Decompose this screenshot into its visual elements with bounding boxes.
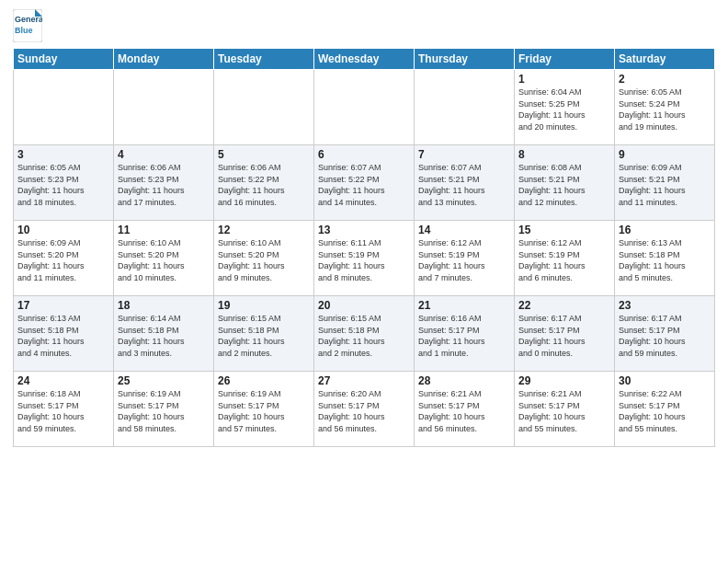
calendar-cell: 25Sunrise: 6:19 AM Sunset: 5:17 PM Dayli… xyxy=(114,372,214,447)
day-number: 27 xyxy=(318,374,410,387)
day-info: Sunrise: 6:10 AM Sunset: 5:20 PM Dayligh… xyxy=(118,237,210,283)
day-number: 26 xyxy=(218,374,310,387)
day-info: Sunrise: 6:06 AM Sunset: 5:22 PM Dayligh… xyxy=(218,162,310,208)
calendar-cell: 8Sunrise: 6:08 AM Sunset: 5:21 PM Daylig… xyxy=(515,145,615,221)
day-number: 19 xyxy=(218,299,310,312)
calendar-cell: 27Sunrise: 6:20 AM Sunset: 5:17 PM Dayli… xyxy=(314,372,415,447)
col-header-thursday: Thursday xyxy=(415,49,515,70)
day-info: Sunrise: 6:17 AM Sunset: 5:17 PM Dayligh… xyxy=(518,313,610,359)
day-info: Sunrise: 6:09 AM Sunset: 5:20 PM Dayligh… xyxy=(17,237,109,283)
day-info: Sunrise: 6:10 AM Sunset: 5:20 PM Dayligh… xyxy=(218,237,310,283)
day-number: 14 xyxy=(418,224,510,236)
day-number: 23 xyxy=(619,299,711,312)
col-header-friday: Friday xyxy=(515,49,615,70)
calendar-cell: 2Sunrise: 6:05 AM Sunset: 5:24 PM Daylig… xyxy=(615,70,715,145)
calendar-cell: 1Sunrise: 6:04 AM Sunset: 5:25 PM Daylig… xyxy=(515,70,615,145)
day-number: 17 xyxy=(17,299,109,312)
day-number: 4 xyxy=(118,148,210,161)
calendar-cell: 12Sunrise: 6:10 AM Sunset: 5:20 PM Dayli… xyxy=(214,221,314,296)
header: General Blue xyxy=(13,9,715,42)
calendar-cell: 17Sunrise: 6:13 AM Sunset: 5:18 PM Dayli… xyxy=(14,296,114,372)
day-number: 13 xyxy=(318,224,410,236)
day-number: 7 xyxy=(418,148,510,161)
calendar-cell: 29Sunrise: 6:21 AM Sunset: 5:17 PM Dayli… xyxy=(515,372,615,447)
day-number: 2 xyxy=(619,73,711,86)
day-info: Sunrise: 6:07 AM Sunset: 5:21 PM Dayligh… xyxy=(418,162,510,208)
calendar-cell: 30Sunrise: 6:22 AM Sunset: 5:17 PM Dayli… xyxy=(615,372,715,447)
day-number: 12 xyxy=(218,224,310,236)
calendar-cell: 3Sunrise: 6:05 AM Sunset: 5:23 PM Daylig… xyxy=(14,145,114,221)
day-info: Sunrise: 6:17 AM Sunset: 5:17 PM Dayligh… xyxy=(619,313,711,359)
col-header-tuesday: Tuesday xyxy=(214,49,314,70)
day-number: 30 xyxy=(619,374,711,387)
logo-icon: General Blue xyxy=(13,9,42,42)
logo-box: General Blue xyxy=(13,9,42,42)
calendar-cell: 10Sunrise: 6:09 AM Sunset: 5:20 PM Dayli… xyxy=(14,221,114,296)
day-info: Sunrise: 6:15 AM Sunset: 5:18 PM Dayligh… xyxy=(318,313,410,359)
calendar-cell xyxy=(314,70,415,145)
day-number: 16 xyxy=(619,224,711,236)
calendar-cell: 14Sunrise: 6:12 AM Sunset: 5:19 PM Dayli… xyxy=(415,221,515,296)
day-info: Sunrise: 6:19 AM Sunset: 5:17 PM Dayligh… xyxy=(118,388,210,434)
calendar-cell: 22Sunrise: 6:17 AM Sunset: 5:17 PM Dayli… xyxy=(515,296,615,372)
calendar-cell: 18Sunrise: 6:14 AM Sunset: 5:18 PM Dayli… xyxy=(114,296,214,372)
col-header-sunday: Sunday xyxy=(14,49,114,70)
day-info: Sunrise: 6:12 AM Sunset: 5:19 PM Dayligh… xyxy=(518,237,610,283)
day-info: Sunrise: 6:15 AM Sunset: 5:18 PM Dayligh… xyxy=(218,313,310,359)
day-number: 10 xyxy=(17,224,109,236)
day-info: Sunrise: 6:21 AM Sunset: 5:17 PM Dayligh… xyxy=(518,388,610,434)
day-info: Sunrise: 6:09 AM Sunset: 5:21 PM Dayligh… xyxy=(619,162,711,208)
page: General Blue SundayMondayTuesdayWednesda… xyxy=(0,0,728,454)
calendar-cell: 13Sunrise: 6:11 AM Sunset: 5:19 PM Dayli… xyxy=(314,221,415,296)
calendar-cell: 23Sunrise: 6:17 AM Sunset: 5:17 PM Dayli… xyxy=(615,296,715,372)
day-number: 24 xyxy=(17,374,109,387)
calendar-table: SundayMondayTuesdayWednesdayThursdayFrid… xyxy=(13,48,715,447)
logo: General Blue xyxy=(13,9,42,42)
day-info: Sunrise: 6:06 AM Sunset: 5:23 PM Dayligh… xyxy=(118,162,210,208)
calendar-cell: 20Sunrise: 6:15 AM Sunset: 5:18 PM Dayli… xyxy=(314,296,415,372)
calendar-cell: 5Sunrise: 6:06 AM Sunset: 5:22 PM Daylig… xyxy=(214,145,314,221)
day-info: Sunrise: 6:04 AM Sunset: 5:25 PM Dayligh… xyxy=(518,86,610,132)
day-number: 5 xyxy=(218,148,310,161)
calendar-cell xyxy=(114,70,214,145)
calendar-cell: 24Sunrise: 6:18 AM Sunset: 5:17 PM Dayli… xyxy=(14,372,114,447)
day-number: 15 xyxy=(518,224,610,236)
calendar-week-row: 24Sunrise: 6:18 AM Sunset: 5:17 PM Dayli… xyxy=(14,372,715,447)
col-header-saturday: Saturday xyxy=(615,49,715,70)
day-number: 28 xyxy=(418,374,510,387)
day-info: Sunrise: 6:20 AM Sunset: 5:17 PM Dayligh… xyxy=(318,388,410,434)
calendar-cell: 9Sunrise: 6:09 AM Sunset: 5:21 PM Daylig… xyxy=(615,145,715,221)
calendar-header-row: SundayMondayTuesdayWednesdayThursdayFrid… xyxy=(14,49,715,70)
col-header-wednesday: Wednesday xyxy=(314,49,415,70)
day-number: 8 xyxy=(518,148,610,161)
calendar-cell: 4Sunrise: 6:06 AM Sunset: 5:23 PM Daylig… xyxy=(114,145,214,221)
calendar-week-row: 17Sunrise: 6:13 AM Sunset: 5:18 PM Dayli… xyxy=(14,296,715,372)
day-info: Sunrise: 6:08 AM Sunset: 5:21 PM Dayligh… xyxy=(518,162,610,208)
calendar-cell: 26Sunrise: 6:19 AM Sunset: 5:17 PM Dayli… xyxy=(214,372,314,447)
calendar-cell: 6Sunrise: 6:07 AM Sunset: 5:22 PM Daylig… xyxy=(314,145,415,221)
day-number: 21 xyxy=(418,299,510,312)
day-number: 29 xyxy=(518,374,610,387)
calendar-cell xyxy=(214,70,314,145)
day-number: 22 xyxy=(518,299,610,312)
calendar-cell: 21Sunrise: 6:16 AM Sunset: 5:17 PM Dayli… xyxy=(415,296,515,372)
day-number: 9 xyxy=(619,148,711,161)
day-info: Sunrise: 6:05 AM Sunset: 5:24 PM Dayligh… xyxy=(619,86,711,132)
calendar-week-row: 1Sunrise: 6:04 AM Sunset: 5:25 PM Daylig… xyxy=(14,70,715,145)
day-info: Sunrise: 6:22 AM Sunset: 5:17 PM Dayligh… xyxy=(619,388,711,434)
calendar-cell: 19Sunrise: 6:15 AM Sunset: 5:18 PM Dayli… xyxy=(214,296,314,372)
day-number: 1 xyxy=(518,73,610,86)
day-info: Sunrise: 6:21 AM Sunset: 5:17 PM Dayligh… xyxy=(418,388,510,434)
svg-text:Blue: Blue xyxy=(15,26,33,35)
day-info: Sunrise: 6:13 AM Sunset: 5:18 PM Dayligh… xyxy=(17,313,109,359)
day-info: Sunrise: 6:07 AM Sunset: 5:22 PM Dayligh… xyxy=(318,162,410,208)
calendar-cell: 11Sunrise: 6:10 AM Sunset: 5:20 PM Dayli… xyxy=(114,221,214,296)
day-info: Sunrise: 6:13 AM Sunset: 5:18 PM Dayligh… xyxy=(619,237,711,283)
day-info: Sunrise: 6:16 AM Sunset: 5:17 PM Dayligh… xyxy=(418,313,510,359)
calendar-cell xyxy=(14,70,114,145)
day-info: Sunrise: 6:14 AM Sunset: 5:18 PM Dayligh… xyxy=(118,313,210,359)
day-info: Sunrise: 6:05 AM Sunset: 5:23 PM Dayligh… xyxy=(17,162,109,208)
day-info: Sunrise: 6:19 AM Sunset: 5:17 PM Dayligh… xyxy=(218,388,310,434)
day-number: 11 xyxy=(118,224,210,236)
calendar-week-row: 3Sunrise: 6:05 AM Sunset: 5:23 PM Daylig… xyxy=(14,145,715,221)
